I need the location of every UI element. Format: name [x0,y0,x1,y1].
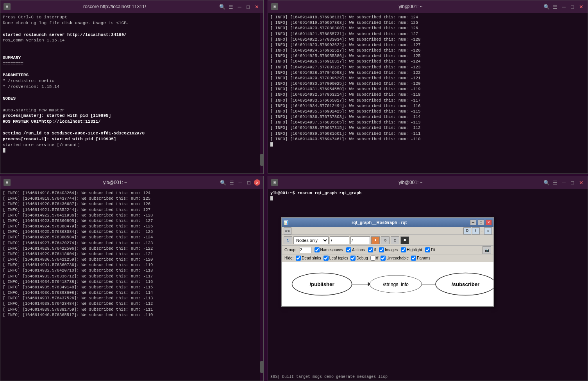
term-line: [ INFO] [1646914932.576420710]: We subsc… [3,268,261,273]
term-line: auto-starting new master [3,107,261,113]
dead-sinks-checkbox-label[interactable]: Dead sinks [296,256,321,261]
close-button-topright[interactable]: ✕ [577,3,584,10]
term-line: [ INFO] [1646914927.576420274]: We subsc… [3,240,261,246]
params-checkbox-label[interactable]: Params [411,256,430,261]
term-line: [ INFO] [1646914940.576365517]: We subsc… [3,312,261,318]
images-checkbox-label[interactable]: Images [379,247,398,252]
term-line: [ INFO] [1646914938.576423484]: We subsc… [3,301,261,306]
rqt-screenshot-btn[interactable]: 📷 [483,246,491,254]
publisher-node-label: /publisher [309,281,334,287]
minimize-button-topright[interactable]: ─ [560,3,567,10]
namespaces-label: Namespaces [320,248,343,252]
params-checkbox[interactable] [411,256,416,261]
rqt-maximize-button[interactable]: □ [478,220,484,225]
tf-hide-checkbox-label[interactable]: tf [370,256,379,261]
rqt-graph-area[interactable]: /publisher /strings_info /subscriber [282,262,493,306]
scrollbar-topleft[interactable] [260,13,263,174]
term-line: [ INFO] [1646914918.576986131]: We subsc… [270,14,585,20]
actions-checkbox-label[interactable]: Actions [346,247,365,252]
term-line: [ INFO] [1646914925.576955386]: We subsc… [270,53,585,59]
titlebar-buttons-topleft: 🔍 ☰ ─ □ ✕ [219,3,260,10]
images-checkbox[interactable] [379,247,384,252]
close-button-topleft[interactable]: ✕ [253,3,260,10]
debug-checkbox-label[interactable]: Debug [350,256,368,261]
menu-button-topleft[interactable]: ☰ [227,3,234,10]
search-button-topright[interactable]: 🔍 [543,3,550,10]
term-line: [ INFO] [1646914938.576637315]: We subsc… [270,125,585,131]
minimize-button-botright[interactable]: ─ [560,179,567,186]
scrollbar-botleft[interactable] [260,189,263,381]
maximize-button-topleft[interactable]: □ [245,3,252,10]
titlebar-topleft: ▣ roscore http://localhost:11311/ 🔍 ☰ ─ … [0,0,263,13]
tf-hide-checkbox[interactable] [370,256,375,261]
rqt-graph-window: 📊 rqt_graph__RosGraph - rqt ─ □ ✕ D ℹ - … [281,217,494,307]
rqt-hide-row: Hide: Dead sinks Leaf topics Debug tf Un… [282,254,493,262]
search-button-botright[interactable]: 🔍 [543,179,550,186]
hide-label: Hide: [284,256,293,260]
leaf-topics-checkbox-label[interactable]: Leaf topics [323,256,348,261]
group-text: Group: [284,248,297,252]
term-line: [ INFO] [1646914939.576981601]: We subsc… [270,131,585,136]
minimize-button-topleft[interactable]: ─ [236,3,243,10]
search-button-topleft[interactable]: 🔍 [219,3,226,10]
term-line: [ INFO] [1646914921.576352244]: We subsc… [3,207,261,213]
debug-checkbox[interactable] [350,256,356,261]
term-line: [ INFO] [1646914920.577088300]: We subsc… [270,25,585,31]
rqt-action-btn1[interactable]: ● [371,236,380,244]
actions-checkbox[interactable] [346,247,351,252]
menu-button-topright[interactable]: ☰ [552,3,559,10]
namespaces-checkbox[interactable] [315,247,320,252]
search-button-botleft[interactable]: 🔍 [220,179,227,186]
close-button-botleft[interactable]: ✕ [254,179,260,186]
rqt-action-btn4[interactable]: ■ [400,236,409,244]
menu-button-botleft[interactable]: ☰ [228,179,235,186]
term-line: [ INFO] [1646914936.576737803]: We subsc… [270,114,585,120]
rqt-node-graph-icon[interactable] [284,227,291,234]
term-line: [ INFO] [1646914936.576393608]: We subsc… [3,290,261,295]
rqt-minimize-button[interactable]: ─ [470,220,476,225]
svg-point-0 [285,230,287,232]
highlight-checkbox-label[interactable]: Highlight [401,247,422,252]
term-line: ros_comm version 1.15.14 [3,38,261,43]
fit-checkbox[interactable] [425,247,430,252]
rqt-namespace-input1[interactable] [330,236,349,244]
namespaces-checkbox-label[interactable]: Namespaces [315,247,343,252]
term-line: [ INFO] [1646914923.576366895]: We subsc… [3,218,261,224]
term-line: [ INFO] [1646914921.576855731]: We subsc… [270,31,585,37]
rqt-action-btn3[interactable]: ⊞ [391,236,399,244]
term-line: [ INFO] [1646914920.576436687]: We subsc… [3,201,261,207]
term-line: process[rosout-1]: started with pid [119… [3,136,261,142]
maximize-button-topright[interactable]: □ [569,3,576,10]
rqt-refresh-button[interactable]: ↻ [284,236,292,244]
unreachable-checkbox-label[interactable]: Unreachable [381,256,409,261]
rqt-menubar: D ℹ - ○ [282,227,493,235]
maximize-button-botleft[interactable]: □ [245,179,252,186]
highlight-checkbox[interactable] [401,247,406,252]
rqt-info-button[interactable]: ℹ [472,227,480,234]
params-label: Params [417,256,430,260]
fit-checkbox-label[interactable]: Fit [425,247,435,252]
rqt-action-btn2[interactable]: ⊕ [381,236,390,244]
rqt-o-button[interactable]: ○ [484,227,492,234]
rqt-namespace-input2[interactable] [350,236,370,244]
term-line: █ [3,148,261,154]
term-line [3,67,261,73]
term-line [3,90,261,96]
tf-checkbox-label[interactable]: tf [368,247,376,252]
scrollbar-thumb-botleft[interactable] [260,361,263,373]
rqt-display-dropdown[interactable]: Nodes only Nodes/Topics (all) Nodes/Topi… [293,236,329,244]
tf-checkbox[interactable] [368,247,373,252]
maximize-button-botright[interactable]: □ [569,179,576,186]
term-line: █ [270,196,585,201]
rqt-d-button[interactable]: D [463,227,471,234]
scrollbar-thumb-topleft[interactable] [260,154,263,166]
rqt-close-button[interactable]: ✕ [486,220,492,225]
unreachable-checkbox[interactable] [381,256,386,261]
menu-button-botright[interactable]: ☰ [552,179,559,186]
leaf-topics-checkbox[interactable] [323,256,329,261]
close-button-botright[interactable]: ✕ [577,179,584,186]
minimize-button-botleft[interactable]: ─ [237,179,244,186]
terminal-icon-topleft: ▣ [4,3,11,10]
group-spinbox[interactable] [300,247,311,253]
dead-sinks-checkbox[interactable] [296,256,301,261]
